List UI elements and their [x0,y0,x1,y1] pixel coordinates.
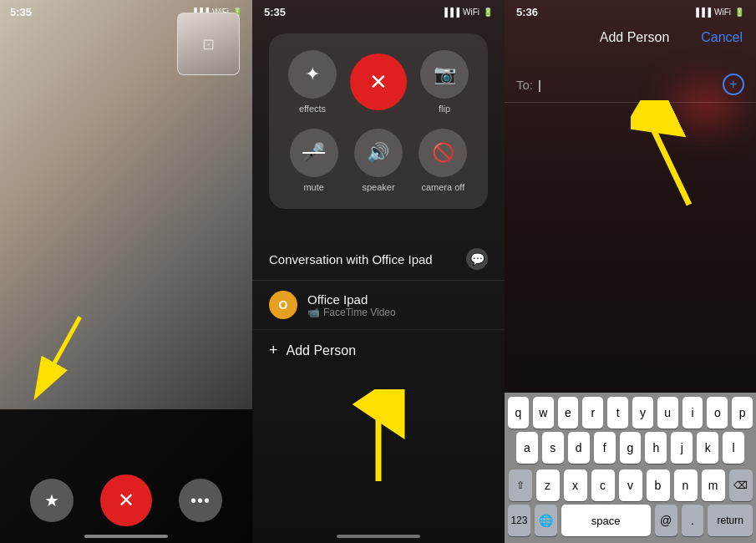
key-j[interactable]: j [671,432,693,464]
key-f[interactable]: f [594,432,616,464]
message-bubble-icon[interactable]: 💬 [466,248,488,270]
video-icon: 📹 [307,307,320,318]
add-person-header: Add Person Cancel [505,23,756,52]
key-a[interactable]: a [516,432,538,464]
time-1: 5:35 [10,6,32,18]
delete-key[interactable]: ⌫ [729,469,753,501]
key-h[interactable]: h [645,432,667,464]
key-z[interactable]: z [536,469,560,501]
key-s[interactable]: s [542,432,564,464]
effects-btn[interactable]: ✦ effects [288,50,337,114]
panel-facetime-menu: 5:35 ▐▐▐ WiFi 🔋 ✦ effects ✕ [252,0,505,543]
svg-line-1 [44,317,80,382]
numbers-key[interactable]: 123 [508,505,530,536]
yellow-arrow-panel1 [17,310,100,414]
mute-icon: 🎤 [302,142,325,164]
space-key[interactable]: space [561,505,651,536]
more-button[interactable]: ••• [179,479,222,522]
keyboard[interactable]: q w e r t y u i o p a s d f g h j k l ⇧ … [505,393,756,543]
add-contact-button[interactable]: + [723,74,744,95]
panel-facetime-call: 5:35 ▐▐▐ WiFi 🔋 ★ ✕ ••• [0,0,252,543]
participant-avatar: O [269,291,297,319]
mute-circle: 🎤 [290,129,338,177]
to-cursor: | [538,78,541,92]
key-d[interactable]: d [568,432,590,464]
svg-line-5 [647,117,689,205]
status-icons-3: ▐▐▐ WiFi 🔋 [693,8,744,17]
add-person-label: Add Person [287,343,357,358]
key-x[interactable]: x [564,469,587,501]
key-i[interactable]: i [682,397,703,429]
period-key[interactable]: . [682,505,704,536]
flip-icon: 📷 [434,63,456,85]
self-camera-thumbnail[interactable] [177,13,240,75]
status-text: FaceTime Video [323,307,396,318]
signal-icon-2: ▐▐▐ [442,8,459,17]
camera-off-icon: 🚫 [432,142,454,164]
header-title: Add Person [568,30,701,45]
wifi-icon-3: WiFi [714,8,731,17]
signal-icon-3: ▐▐▐ [693,8,711,17]
more-icon: ••• [190,491,211,510]
key-o[interactable]: o [707,397,728,429]
end-call-btn[interactable]: ✕ [350,53,407,110]
key-c[interactable]: c [591,469,615,501]
camera-off-label: camera off [421,182,464,192]
participant-name: Office Ipad [307,292,396,307]
call-controls: ★ ✕ ••• [0,474,252,526]
speaker-icon: 🔊 [367,142,389,164]
camera-off-circle: 🚫 [419,129,467,177]
cancel-button[interactable]: Cancel [701,30,743,45]
panel-add-person: 5:36 ▐▐▐ WiFi 🔋 Add Person Cancel To: | … [505,0,756,543]
speaker-circle: 🔊 [354,129,403,177]
bubble-icon: 💬 [470,252,485,266]
time-3: 5:36 [516,6,538,18]
key-l[interactable]: l [723,432,744,464]
mute-btn[interactable]: 🎤 mute [290,129,338,192]
effects-icon: ★ [44,490,59,510]
at-key[interactable]: @ [655,505,677,536]
keyboard-row-2: a s d f g h j k l [505,430,756,465]
conversation-section: Conversation with Office Ipad 💬 O Office… [252,238,505,371]
home-bar-2 [337,535,420,538]
to-field[interactable]: To: | + [505,67,756,103]
speaker-label: speaker [362,182,394,192]
globe-key[interactable]: 🌐 [535,505,557,536]
to-label: To: [516,78,533,92]
add-person-row[interactable]: + Add Person [252,330,505,371]
conversation-title: Conversation with Office Ipad [269,252,433,266]
shift-key[interactable]: ⇧ [509,469,532,501]
key-u[interactable]: u [657,397,678,429]
key-n[interactable]: n [674,469,698,501]
end-call-button[interactable]: ✕ [100,474,152,526]
key-w[interactable]: w [533,397,554,429]
plus-circle-icon: + [729,77,737,92]
controls-row-top: ✦ effects ✕ 📷 flip [282,50,475,114]
key-p[interactable]: p [732,397,753,429]
effects-button[interactable]: ★ [30,479,74,522]
battery-icon-2: 🔋 [483,8,493,17]
end-call-icon: ✕ [118,489,134,512]
home-bar-1 [84,535,168,538]
key-b[interactable]: b [647,469,670,501]
key-v[interactable]: v [619,469,642,501]
speaker-btn[interactable]: 🔊 speaker [354,129,403,192]
participant-row: O Office Ipad 📹 FaceTime Video [252,281,505,330]
add-person-plus-icon: + [269,342,278,359]
key-k[interactable]: k [697,432,718,464]
status-bar-2: 5:35 ▐▐▐ WiFi 🔋 [252,0,505,23]
facetime-controls-grid: ✦ effects ✕ 📷 flip 🎤 [269,33,488,209]
key-g[interactable]: g [620,432,642,464]
key-y[interactable]: y [632,397,653,429]
keyboard-row-1: q w e r t y u i o p [505,393,756,430]
key-q[interactable]: q [508,397,529,429]
key-t[interactable]: t [607,397,628,429]
flip-btn[interactable]: 📷 flip [420,50,469,114]
key-r[interactable]: r [582,397,603,429]
effects-label: effects [299,104,326,114]
yellow-arrow-panel3 [631,100,706,212]
key-e[interactable]: e [558,397,579,429]
camera-off-btn[interactable]: 🚫 camera off [419,129,467,192]
key-m[interactable]: m [702,469,725,501]
return-key[interactable]: return [708,505,753,536]
